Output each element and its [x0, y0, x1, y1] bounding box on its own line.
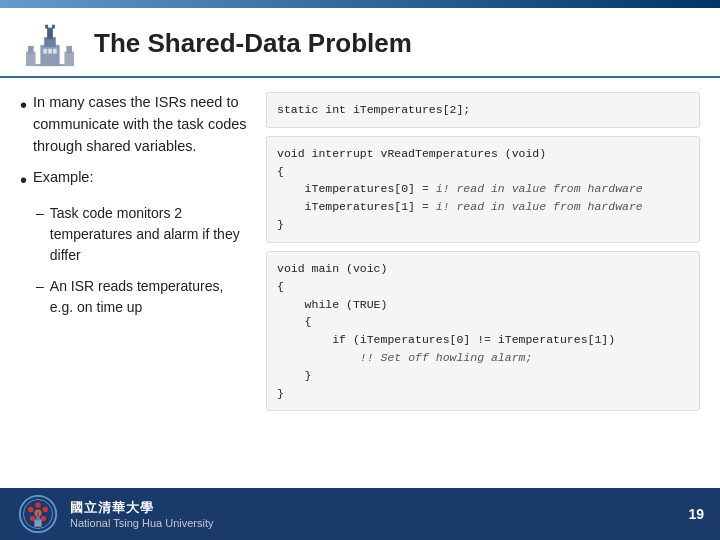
top-bar	[0, 0, 720, 8]
page-number: 19	[688, 506, 704, 522]
code-block-3: void main (voic) { while (TRUE) { if (iT…	[266, 251, 700, 412]
svg-rect-2	[47, 28, 53, 40]
bullet-2-label: Example:	[33, 167, 93, 189]
sub-bullet-1: – Task code monitors 2 temperatures and …	[36, 203, 250, 266]
footer: 國立清華大學 National Tsing Hua University 19	[0, 488, 720, 540]
main-content: • In many cases the ISRs need to communi…	[0, 78, 720, 488]
svg-rect-11	[28, 46, 34, 54]
sub-bullets: – Task code monitors 2 temperatures and …	[36, 203, 250, 318]
footer-text: 國立清華大學 National Tsing Hua University	[70, 499, 213, 529]
footer-english: National Tsing Hua University	[70, 517, 213, 529]
code-block-2: void interrupt vReadTemperatures (void) …	[266, 136, 700, 243]
svg-point-16	[43, 507, 48, 512]
svg-rect-9	[26, 52, 36, 66]
svg-point-15	[35, 502, 40, 507]
svg-rect-5	[43, 49, 47, 54]
dash-2: –	[36, 276, 44, 297]
svg-rect-12	[66, 46, 72, 54]
footer-chinese: 國立清華大學	[70, 499, 213, 517]
svg-rect-10	[64, 52, 74, 66]
svg-rect-7	[48, 49, 52, 54]
slide: The Shared-Data Problem • In many cases …	[0, 0, 720, 540]
svg-rect-3	[45, 25, 48, 29]
svg-rect-21	[34, 519, 41, 526]
bullet-dot-2: •	[20, 167, 27, 193]
sub-bullet-1-text: Task code monitors 2 temperatures and al…	[50, 203, 250, 266]
svg-rect-23	[37, 512, 39, 517]
footer-logo	[16, 494, 60, 534]
svg-rect-4	[52, 25, 55, 29]
svg-point-19	[28, 507, 33, 512]
code-block-1: static int iTemperatures[2];	[266, 92, 700, 128]
nthu-logo	[20, 18, 80, 68]
sub-bullet-2: – An ISR reads temperatures, e.g. on tim…	[36, 276, 250, 318]
bullet-2: • Example:	[20, 167, 250, 193]
svg-rect-6	[53, 49, 57, 54]
slide-title: The Shared-Data Problem	[94, 28, 412, 59]
dash-1: –	[36, 203, 44, 224]
bullet-dot-1: •	[20, 92, 27, 118]
text-column: • In many cases the ISRs need to communi…	[20, 92, 250, 478]
bullet-1-text: In many cases the ISRs need to communica…	[33, 92, 250, 157]
code-column: static int iTemperatures[2]; void interr…	[266, 92, 700, 478]
bullet-1: • In many cases the ISRs need to communi…	[20, 92, 250, 157]
svg-rect-0	[40, 45, 59, 66]
header: The Shared-Data Problem	[0, 8, 720, 78]
sub-bullet-2-text: An ISR reads temperatures, e.g. on time …	[50, 276, 250, 318]
